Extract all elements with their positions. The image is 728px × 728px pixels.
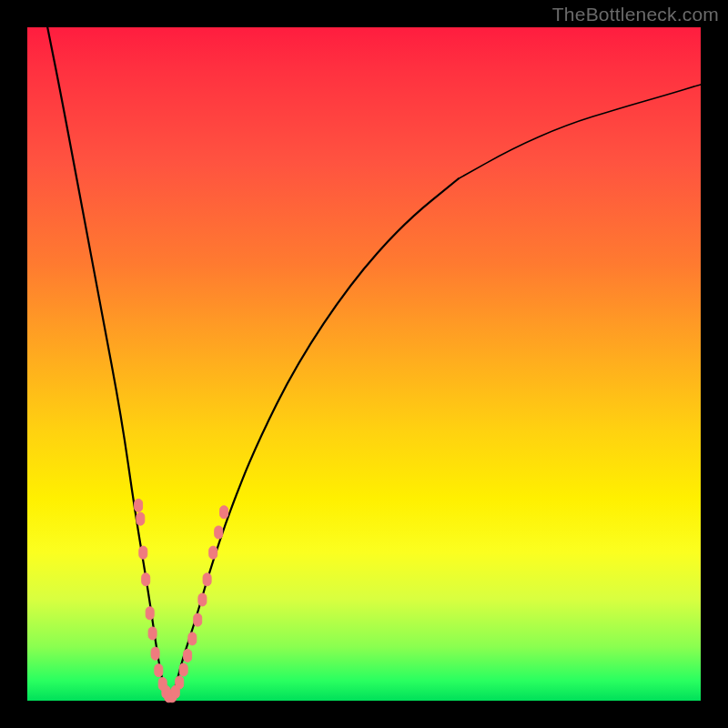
sample-dot <box>151 647 159 660</box>
sample-dots-group <box>135 499 228 702</box>
sample-dot <box>215 526 223 539</box>
sample-dot <box>184 649 192 662</box>
sample-dot <box>135 499 143 511</box>
sample-dot <box>179 663 187 676</box>
sample-dot <box>209 546 217 559</box>
sample-dot <box>176 676 184 689</box>
sample-dot <box>146 607 154 620</box>
curve-svg <box>27 27 701 701</box>
watermark-text: TheBottleneck.com <box>552 4 719 25</box>
bottleneck-curve-right-tail <box>459 85 701 179</box>
sample-dot <box>155 664 163 677</box>
sample-dot <box>142 573 150 586</box>
bottleneck-curve <box>47 27 458 697</box>
sample-dot <box>220 506 228 519</box>
sample-dot <box>136 512 145 525</box>
sample-dot <box>203 573 211 586</box>
sample-dot <box>139 546 147 559</box>
sample-dot <box>188 632 197 645</box>
plot-area <box>27 27 701 701</box>
sample-dot <box>198 593 207 606</box>
chart-frame: TheBottleneck.com <box>0 0 728 728</box>
sample-dot <box>148 627 157 640</box>
sample-dot <box>194 613 202 626</box>
